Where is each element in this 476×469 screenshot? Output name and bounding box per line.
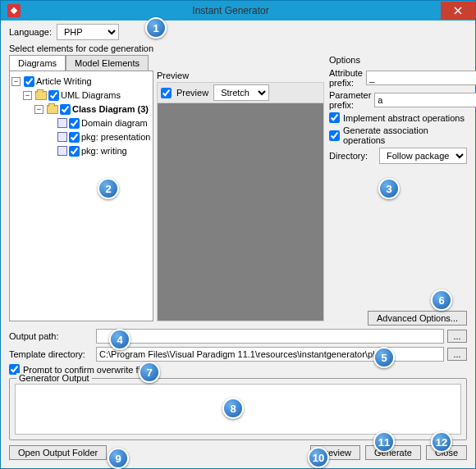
window-title: Instant Generator bbox=[21, 5, 441, 16]
tree-expander[interactable]: − bbox=[11, 77, 21, 86]
tree-check-domain[interactable] bbox=[69, 118, 80, 129]
attr-prefix-label: Attribute prefix: bbox=[329, 68, 363, 88]
tree-label: UML Diagrams bbox=[61, 89, 121, 102]
open-output-folder-button[interactable]: Open Output Folder bbox=[9, 445, 107, 460]
gen-assoc-label: Generate association operations bbox=[343, 125, 467, 145]
tree-expander[interactable]: − bbox=[34, 105, 43, 114]
directory-select[interactable]: Follow package bbox=[379, 148, 467, 164]
element-tabs: Diagrams Model Elements bbox=[9, 55, 324, 71]
app-icon bbox=[7, 4, 21, 17]
folder-icon bbox=[35, 91, 47, 100]
preview-checkbox[interactable] bbox=[161, 88, 172, 98]
tree-check-presentation[interactable] bbox=[69, 132, 80, 143]
select-elements-label: Select elements for code generation bbox=[9, 43, 467, 53]
tree-label: pkg: presentation bbox=[81, 130, 150, 143]
close-icon bbox=[454, 7, 462, 15]
generator-output-area bbox=[15, 384, 461, 435]
impl-abstract-check[interactable] bbox=[329, 112, 340, 123]
preview-stretch-select[interactable]: Stretch bbox=[213, 84, 269, 101]
tree-label: pkg: writing bbox=[81, 144, 127, 157]
diagram-icon bbox=[57, 118, 67, 128]
advanced-options-button[interactable]: Advanced Options... bbox=[368, 311, 467, 326]
title-bar: Instant Generator bbox=[1, 1, 475, 20]
tree-check-class[interactable] bbox=[60, 104, 71, 115]
diagram-tree[interactable]: −Article Writing −UML Diagrams −Class Di… bbox=[9, 71, 153, 321]
diagram-icon bbox=[57, 132, 67, 142]
language-label: Language: bbox=[9, 27, 52, 37]
tree-label: Domain diagram bbox=[81, 116, 148, 130]
preview-area bbox=[157, 102, 324, 321]
tree-label: Article Writing bbox=[36, 75, 92, 88]
options-header: Options bbox=[329, 55, 467, 65]
preview-button[interactable]: Preview bbox=[310, 445, 360, 460]
preview-toolbar: Preview Stretch bbox=[157, 82, 324, 102]
tab-model-elements[interactable]: Model Elements bbox=[66, 55, 149, 71]
generator-output-group: Generator Output bbox=[9, 378, 467, 440]
template-dir-browse-button[interactable]: ... bbox=[447, 348, 467, 361]
close-button[interactable]: Close bbox=[426, 445, 467, 460]
gen-assoc-check[interactable] bbox=[329, 130, 340, 141]
folder-icon bbox=[47, 105, 58, 114]
generate-button[interactable]: Generate bbox=[365, 445, 421, 460]
output-path-input[interactable] bbox=[96, 329, 444, 344]
attr-prefix-input[interactable] bbox=[366, 71, 476, 85]
tree-check-article[interactable] bbox=[24, 76, 34, 87]
param-prefix-input[interactable] bbox=[374, 93, 476, 107]
template-dir-input[interactable] bbox=[96, 347, 444, 362]
preview-label: Preview bbox=[157, 71, 324, 80]
tree-check-writing[interactable] bbox=[69, 146, 80, 157]
tree-expander[interactable]: − bbox=[23, 91, 32, 100]
language-select[interactable]: PHP bbox=[57, 24, 119, 40]
template-dir-label: Template directory: bbox=[9, 349, 93, 359]
tree-label: Class Diagram (3) bbox=[72, 102, 149, 116]
output-path-label: Output path: bbox=[9, 331, 93, 341]
impl-abstract-label: Implement abstract operations bbox=[343, 113, 465, 123]
generator-output-label: Generator Output bbox=[16, 373, 92, 383]
directory-label: Directory: bbox=[329, 151, 376, 161]
tab-diagrams[interactable]: Diagrams bbox=[9, 55, 66, 71]
tree-check-uml[interactable] bbox=[48, 90, 59, 101]
param-prefix-label: Parameter prefix: bbox=[329, 90, 371, 110]
instant-generator-window: Instant Generator Language: PHP Select e… bbox=[0, 0, 476, 469]
options-panel: Options Attribute prefix: Parameter pref… bbox=[329, 55, 467, 166]
window-close-button[interactable] bbox=[441, 2, 475, 20]
output-path-browse-button[interactable]: ... bbox=[447, 330, 467, 343]
preview-checkbox-label: Preview bbox=[176, 88, 208, 98]
diagram-icon bbox=[57, 146, 67, 156]
